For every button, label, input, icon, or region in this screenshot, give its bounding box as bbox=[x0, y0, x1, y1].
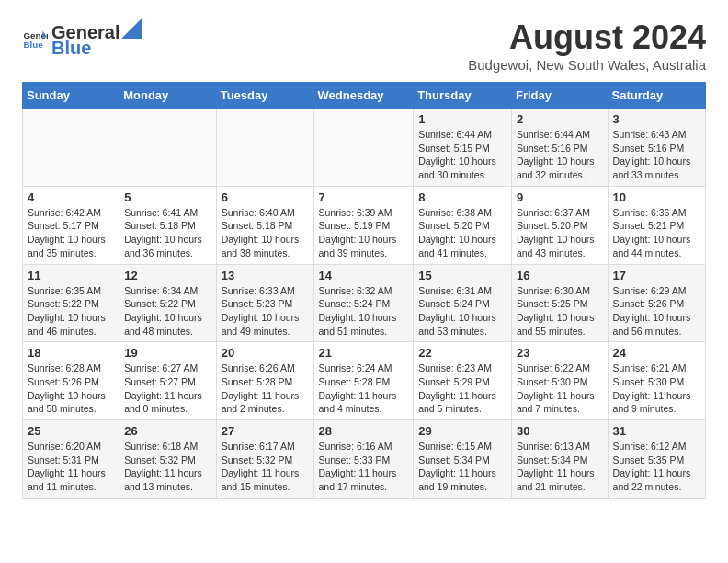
calendar-cell: 17Sunrise: 6:29 AMSunset: 5:26 PMDayligh… bbox=[608, 264, 705, 342]
day-number: 26 bbox=[124, 424, 210, 438]
logo-triangle-icon bbox=[121, 18, 142, 39]
day-number: 18 bbox=[28, 346, 114, 360]
calendar-cell: 19Sunrise: 6:27 AMSunset: 5:27 PMDayligh… bbox=[119, 342, 216, 420]
calendar-week-2: 4Sunrise: 6:42 AMSunset: 5:17 PMDaylight… bbox=[23, 186, 706, 264]
day-info: Sunrise: 6:33 AMSunset: 5:23 PMDaylight:… bbox=[222, 284, 309, 339]
day-info: Sunrise: 6:30 AMSunset: 5:25 PMDaylight:… bbox=[517, 284, 603, 339]
calendar-cell: 13Sunrise: 6:33 AMSunset: 5:23 PMDayligh… bbox=[216, 264, 313, 342]
calendar-cell bbox=[313, 109, 414, 187]
day-info: Sunrise: 6:17 AMSunset: 5:32 PMDaylight:… bbox=[222, 440, 309, 494]
weekday-header-wednesday: Wednesday bbox=[313, 83, 414, 109]
calendar-cell: 9Sunrise: 6:37 AMSunset: 5:20 PMDaylight… bbox=[511, 186, 608, 264]
day-info: Sunrise: 6:16 AMSunset: 5:33 PMDaylight:… bbox=[319, 440, 409, 494]
day-info: Sunrise: 6:22 AMSunset: 5:30 PMDaylight:… bbox=[517, 362, 603, 416]
day-number: 14 bbox=[319, 269, 409, 282]
day-info: Sunrise: 6:35 AMSunset: 5:22 PMDaylight:… bbox=[28, 284, 114, 339]
day-info: Sunrise: 6:41 AMSunset: 5:18 PMDaylight:… bbox=[124, 206, 210, 260]
day-info: Sunrise: 6:40 AMSunset: 5:18 PMDaylight:… bbox=[222, 206, 309, 260]
day-info: Sunrise: 6:27 AMSunset: 5:27 PMDaylight:… bbox=[124, 362, 210, 416]
day-info: Sunrise: 6:20 AMSunset: 5:31 PMDaylight:… bbox=[28, 440, 114, 494]
day-info: Sunrise: 6:15 AMSunset: 5:34 PMDaylight:… bbox=[418, 440, 506, 494]
calendar-cell: 3Sunrise: 6:43 AMSunset: 5:16 PMDaylight… bbox=[608, 109, 705, 187]
logo-icon: General Blue bbox=[22, 26, 48, 52]
day-info: Sunrise: 6:42 AMSunset: 5:17 PMDaylight:… bbox=[28, 206, 114, 260]
calendar-cell: 1Sunrise: 6:44 AMSunset: 5:15 PMDaylight… bbox=[414, 109, 512, 187]
weekday-header-sunday: Sunday bbox=[23, 83, 119, 109]
day-info: Sunrise: 6:12 AMSunset: 5:35 PMDaylight:… bbox=[613, 440, 700, 494]
day-number: 15 bbox=[418, 269, 506, 282]
calendar-cell: 11Sunrise: 6:35 AMSunset: 5:22 PMDayligh… bbox=[23, 264, 119, 342]
calendar-cell: 22Sunrise: 6:23 AMSunset: 5:29 PMDayligh… bbox=[414, 342, 512, 420]
day-number: 3 bbox=[613, 112, 700, 126]
calendar-table: SundayMondayTuesdayWednesdayThursdayFrid… bbox=[22, 82, 706, 499]
day-info: Sunrise: 6:36 AMSunset: 5:21 PMDaylight:… bbox=[613, 206, 700, 260]
day-number: 11 bbox=[28, 269, 114, 282]
day-number: 28 bbox=[319, 424, 409, 438]
day-number: 9 bbox=[517, 190, 603, 204]
calendar-cell: 16Sunrise: 6:30 AMSunset: 5:25 PMDayligh… bbox=[511, 264, 608, 342]
day-number: 21 bbox=[319, 346, 409, 360]
weekday-header-tuesday: Tuesday bbox=[216, 83, 313, 109]
day-number: 17 bbox=[613, 269, 700, 282]
weekday-header-row: SundayMondayTuesdayWednesdayThursdayFrid… bbox=[23, 83, 706, 109]
calendar-week-5: 25Sunrise: 6:20 AMSunset: 5:31 PMDayligh… bbox=[23, 420, 706, 499]
day-number: 31 bbox=[613, 424, 700, 438]
weekday-header-saturday: Saturday bbox=[608, 83, 705, 109]
day-number: 6 bbox=[222, 190, 309, 204]
day-info: Sunrise: 6:21 AMSunset: 5:30 PMDaylight:… bbox=[613, 362, 700, 416]
calendar-cell: 23Sunrise: 6:22 AMSunset: 5:30 PMDayligh… bbox=[511, 342, 608, 420]
calendar-cell: 2Sunrise: 6:44 AMSunset: 5:16 PMDaylight… bbox=[511, 109, 608, 187]
day-number: 30 bbox=[517, 424, 603, 438]
calendar-cell: 26Sunrise: 6:18 AMSunset: 5:32 PMDayligh… bbox=[119, 420, 216, 499]
calendar-subtitle: Budgewoi, New South Wales, Australia bbox=[468, 57, 706, 73]
calendar-week-1: 1Sunrise: 6:44 AMSunset: 5:15 PMDaylight… bbox=[23, 109, 706, 187]
weekday-header-monday: Monday bbox=[119, 83, 216, 109]
day-number: 25 bbox=[28, 424, 114, 438]
day-number: 1 bbox=[418, 112, 506, 126]
calendar-cell: 28Sunrise: 6:16 AMSunset: 5:33 PMDayligh… bbox=[313, 420, 414, 499]
day-number: 5 bbox=[124, 190, 210, 204]
calendar-cell: 29Sunrise: 6:15 AMSunset: 5:34 PMDayligh… bbox=[414, 420, 512, 499]
calendar-cell: 8Sunrise: 6:38 AMSunset: 5:20 PMDaylight… bbox=[414, 186, 512, 264]
day-number: 20 bbox=[222, 346, 309, 360]
day-info: Sunrise: 6:29 AMSunset: 5:26 PMDaylight:… bbox=[613, 284, 700, 339]
day-number: 13 bbox=[222, 269, 309, 282]
day-number: 10 bbox=[613, 190, 700, 204]
day-info: Sunrise: 6:23 AMSunset: 5:29 PMDaylight:… bbox=[418, 362, 506, 416]
calendar-cell: 30Sunrise: 6:13 AMSunset: 5:34 PMDayligh… bbox=[511, 420, 608, 499]
calendar-cell: 27Sunrise: 6:17 AMSunset: 5:32 PMDayligh… bbox=[216, 420, 313, 499]
calendar-cell bbox=[216, 109, 313, 187]
day-info: Sunrise: 6:28 AMSunset: 5:26 PMDaylight:… bbox=[28, 362, 114, 416]
page-header: General Blue General Blue August 2024 Bu… bbox=[22, 18, 706, 73]
logo: General Blue General Blue bbox=[22, 18, 143, 59]
day-info: Sunrise: 6:18 AMSunset: 5:32 PMDaylight:… bbox=[124, 440, 210, 494]
day-info: Sunrise: 6:34 AMSunset: 5:22 PMDaylight:… bbox=[124, 284, 210, 339]
svg-text:Blue: Blue bbox=[23, 40, 43, 50]
day-number: 2 bbox=[517, 112, 603, 126]
day-info: Sunrise: 6:32 AMSunset: 5:24 PMDaylight:… bbox=[319, 284, 409, 339]
calendar-cell: 21Sunrise: 6:24 AMSunset: 5:28 PMDayligh… bbox=[313, 342, 414, 420]
day-number: 19 bbox=[124, 346, 210, 360]
calendar-cell: 14Sunrise: 6:32 AMSunset: 5:24 PMDayligh… bbox=[313, 264, 414, 342]
calendar-week-3: 11Sunrise: 6:35 AMSunset: 5:22 PMDayligh… bbox=[23, 264, 706, 342]
day-number: 7 bbox=[319, 190, 409, 204]
calendar-cell: 7Sunrise: 6:39 AMSunset: 5:19 PMDaylight… bbox=[313, 186, 414, 264]
title-section: August 2024 Budgewoi, New South Wales, A… bbox=[468, 18, 706, 73]
calendar-week-4: 18Sunrise: 6:28 AMSunset: 5:26 PMDayligh… bbox=[23, 342, 706, 420]
day-info: Sunrise: 6:44 AMSunset: 5:15 PMDaylight:… bbox=[418, 128, 506, 182]
day-number: 27 bbox=[222, 424, 309, 438]
calendar-cell: 4Sunrise: 6:42 AMSunset: 5:17 PMDaylight… bbox=[23, 186, 119, 264]
calendar-cell: 6Sunrise: 6:40 AMSunset: 5:18 PMDaylight… bbox=[216, 186, 313, 264]
calendar-cell: 12Sunrise: 6:34 AMSunset: 5:22 PMDayligh… bbox=[119, 264, 216, 342]
day-number: 4 bbox=[28, 190, 114, 204]
day-number: 22 bbox=[418, 346, 506, 360]
day-info: Sunrise: 6:24 AMSunset: 5:28 PMDaylight:… bbox=[319, 362, 409, 416]
day-info: Sunrise: 6:31 AMSunset: 5:24 PMDaylight:… bbox=[418, 284, 506, 339]
day-info: Sunrise: 6:13 AMSunset: 5:34 PMDaylight:… bbox=[517, 440, 603, 494]
day-number: 12 bbox=[124, 269, 210, 282]
day-number: 29 bbox=[418, 424, 506, 438]
calendar-cell: 5Sunrise: 6:41 AMSunset: 5:18 PMDaylight… bbox=[119, 186, 216, 264]
calendar-cell: 20Sunrise: 6:26 AMSunset: 5:28 PMDayligh… bbox=[216, 342, 313, 420]
day-number: 23 bbox=[517, 346, 603, 360]
calendar-cell: 25Sunrise: 6:20 AMSunset: 5:31 PMDayligh… bbox=[23, 420, 119, 499]
